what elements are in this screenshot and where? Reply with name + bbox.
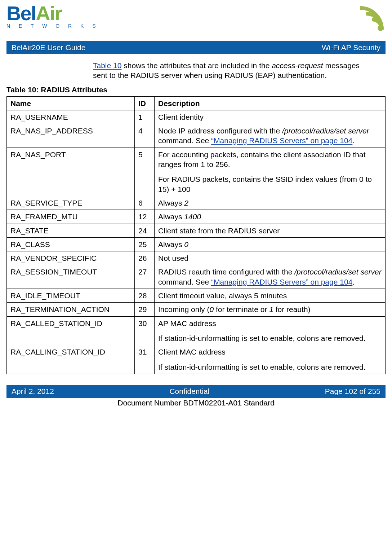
- cell-name: RA_FRAMED_MTU: [7, 210, 135, 224]
- desc-paragraph: If station-id-unformatting is set to ena…: [158, 362, 382, 372]
- italic-text: 1: [269, 305, 273, 313]
- cell-name: RA_NAS_IP_ADDRESS: [7, 124, 135, 148]
- cell-name: RA_TERMINATION_ACTION: [7, 303, 135, 316]
- cell-name: RA_USERNAME: [7, 110, 135, 124]
- cell-description: RADIUS reauth time configured with the /…: [155, 265, 386, 289]
- cell-description: Client state from the RADIUS server: [155, 224, 386, 237]
- table-row: RA_TERMINATION_ACTION29Incoming only (0 …: [7, 303, 386, 316]
- text-run: command. See: [158, 136, 211, 145]
- text-run: .: [352, 278, 355, 286]
- page-header: BelAir N E T W O R K S: [6, 4, 386, 35]
- text-run: Always: [158, 212, 184, 221]
- cell-description: Node IP address configured with the /pro…: [155, 124, 386, 148]
- cell-name: RA_SERVICE_TYPE: [7, 196, 135, 210]
- table-row: RA_USERNAME1Client identity: [7, 110, 386, 124]
- desc-paragraph: Not used: [158, 253, 382, 263]
- th-id: ID: [135, 96, 155, 110]
- italic-text: 0: [184, 240, 188, 249]
- table-row: RA_CALLING_STATION_ID31Client MAC addres…: [7, 345, 386, 374]
- text-run: Node IP address configured with the: [158, 127, 282, 135]
- footer-left: April 2, 2012: [12, 387, 54, 396]
- cell-description: Always 1400: [155, 210, 386, 224]
- text-run: For RADIUS packets, contains the SSID in…: [158, 175, 372, 193]
- cell-id: 30: [135, 316, 155, 345]
- text-run: Always: [158, 240, 184, 249]
- table-row: RA_VENDOR_SPECIFIC26Not used: [7, 251, 386, 265]
- cell-id: 27: [135, 265, 155, 289]
- cell-description: Client MAC addressIf station-id-unformat…: [155, 345, 386, 374]
- desc-paragraph: For accounting packets, contains the cli…: [158, 150, 382, 170]
- document-number: Document Number BDTM02201-A01 Standard: [6, 399, 386, 407]
- desc-paragraph: RADIUS reauth time configured with the /…: [158, 267, 382, 287]
- desc-paragraph: Client timeout value, always 5 minutes: [158, 291, 382, 300]
- text-run: RADIUS reauth time configured with the: [158, 268, 294, 276]
- table-header-row: Name ID Description: [7, 96, 386, 110]
- logo-subtext: N E T W O R K S: [6, 23, 99, 29]
- cell-id: 29: [135, 303, 155, 316]
- text-run: Client MAC address: [158, 348, 226, 356]
- radius-attributes-table: Name ID Description RA_USERNAME1Client i…: [6, 96, 386, 374]
- desc-paragraph: Client identity: [158, 112, 382, 122]
- cross-ref-link[interactable]: “Managing RADIUS Servers” on page 104: [211, 136, 352, 145]
- cell-description: Not used: [155, 251, 386, 265]
- logo-wordmark: BelAir: [6, 4, 99, 22]
- desc-paragraph: For RADIUS packets, contains the SSID in…: [158, 174, 382, 194]
- text-run: for terminate or: [214, 305, 269, 313]
- text-run: Incoming only (: [158, 305, 209, 313]
- text-run: Client timeout value, always 5 minutes: [158, 291, 287, 300]
- logo-part2: Air: [36, 2, 62, 25]
- logo: BelAir N E T W O R K S: [6, 4, 99, 29]
- footer-right: Page 102 of 255: [325, 387, 380, 396]
- cell-description: For accounting packets, contains the cli…: [155, 148, 386, 196]
- desc-paragraph: Always 2: [158, 198, 382, 208]
- italic-text: 1400: [184, 212, 201, 221]
- desc-paragraph: Always 0: [158, 239, 382, 249]
- cell-name: RA_CALLED_STATION_ID: [7, 316, 135, 345]
- cell-name: RA_CALLING_STATION_ID: [7, 345, 135, 374]
- table-row: RA_CLASS25Always 0: [7, 237, 386, 251]
- cell-id: 12: [135, 210, 155, 224]
- table-row: RA_IDLE_TIMEOUT28Client timeout value, a…: [7, 289, 386, 303]
- desc-paragraph: AP MAC address: [158, 318, 382, 328]
- cross-ref-link[interactable]: “Managing RADIUS Servers” on page 104: [211, 278, 352, 286]
- desc-paragraph: Incoming only (0 for terminate or 1 for …: [158, 304, 382, 314]
- table-caption: Table 10: RADIUS Attributes: [6, 85, 386, 94]
- table-row: RA_SESSION_TIMEOUT27RADIUS reauth time c…: [7, 265, 386, 289]
- cell-id: 28: [135, 289, 155, 303]
- table-row: RA_FRAMED_MTU12Always 1400: [7, 210, 386, 224]
- th-name: Name: [7, 96, 135, 110]
- svg-point-1: [378, 25, 383, 31]
- intro-italic: access-request: [272, 61, 323, 70]
- text-run: command. See: [158, 278, 211, 286]
- italic-text: 0: [209, 305, 214, 313]
- cell-name: RA_STATE: [7, 224, 135, 237]
- logo-part1: Bel: [6, 2, 36, 25]
- table-row: RA_CALLED_STATION_ID30AP MAC addressIf s…: [7, 316, 386, 345]
- text-run: .: [352, 136, 355, 145]
- table-row: RA_STATE24Client state from the RADIUS s…: [7, 224, 386, 237]
- text-run: If station-id-unformatting is set to ena…: [158, 363, 365, 371]
- footer-bar: April 2, 2012 Confidential Page 102 of 2…: [6, 385, 386, 398]
- title-right: Wi-Fi AP Security: [322, 43, 380, 52]
- intro-t1: shows the attributes that are included i…: [121, 61, 272, 70]
- cell-name: RA_VENDOR_SPECIFIC: [7, 251, 135, 265]
- signal-icon: [342, 4, 386, 35]
- text-run: AP MAC address: [158, 319, 216, 328]
- cell-description: Always 2: [155, 196, 386, 210]
- th-desc: Description: [155, 96, 386, 110]
- cell-id: 25: [135, 237, 155, 251]
- cell-id: 31: [135, 345, 155, 374]
- cell-name: RA_CLASS: [7, 237, 135, 251]
- desc-paragraph: Node IP address configured with the /pro…: [158, 126, 382, 146]
- intro-link[interactable]: Table 10: [93, 61, 121, 70]
- cell-id: 4: [135, 124, 155, 148]
- text-run: Always: [158, 199, 184, 207]
- text-run: Client identity: [158, 113, 204, 121]
- cell-id: 26: [135, 251, 155, 265]
- cell-id: 1: [135, 110, 155, 124]
- text-run: Not used: [158, 254, 188, 262]
- cell-id: 5: [135, 148, 155, 196]
- text-run: For accounting packets, contains the cli…: [158, 150, 365, 168]
- desc-paragraph: If station-id-unformatting is set to ena…: [158, 333, 382, 343]
- italic-text: 2: [184, 199, 188, 207]
